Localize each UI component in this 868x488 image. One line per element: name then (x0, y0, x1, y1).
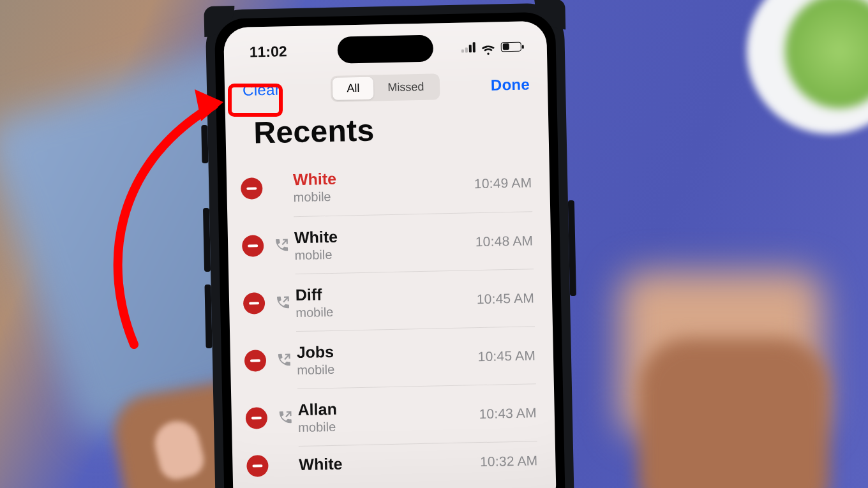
segment-missed[interactable]: Missed (373, 75, 438, 99)
call-row[interactable]: White 10:32 AM (232, 441, 556, 486)
delete-minus-icon[interactable] (244, 350, 267, 372)
call-label: mobile (298, 419, 338, 434)
call-name: Allan (297, 399, 337, 418)
outgoing-call-icon (274, 293, 292, 312)
phone-screen: 11:02 Clear All Missed Done Recents (223, 21, 557, 488)
call-row[interactable]: White mobile 10:48 AM (227, 211, 551, 276)
delete-minus-icon[interactable] (243, 292, 266, 314)
recents-list[interactable]: White mobile 10:49 AM White mobile 10:48 (226, 154, 557, 488)
call-name: White (294, 227, 338, 246)
nav-bar: Clear All Missed Done (224, 64, 548, 111)
call-time: 10:43 AM (479, 405, 537, 422)
battery-icon (501, 41, 521, 52)
call-row[interactable]: Diff mobile 10:45 AM (228, 269, 553, 333)
status-time: 11:02 (250, 43, 287, 61)
call-time: 10:48 AM (475, 233, 534, 249)
call-row[interactable]: Allan mobile 10:43 AM (231, 383, 555, 448)
mute-switch (201, 125, 208, 163)
delete-minus-icon[interactable] (246, 407, 268, 429)
volume-down-button (204, 285, 212, 348)
call-name: Diff (296, 285, 334, 304)
hand-right (638, 338, 830, 488)
iphone: 11:02 Clear All Missed Done Recents (205, 3, 574, 488)
segment-all[interactable]: All (333, 77, 374, 100)
dynamic-island (337, 35, 433, 64)
filter-segmented-control[interactable]: All Missed (331, 73, 440, 102)
delete-minus-icon[interactable] (242, 235, 264, 257)
power-button (568, 200, 576, 296)
call-name: White (299, 455, 343, 474)
outgoing-call-icon (276, 408, 295, 427)
volume-up-button (203, 208, 211, 272)
call-name: White (293, 170, 337, 189)
call-label: mobile (293, 189, 337, 205)
delete-minus-icon[interactable] (246, 455, 269, 477)
call-label: mobile (294, 247, 338, 262)
page-title: Recents (253, 112, 375, 150)
call-name: Jobs (296, 342, 334, 361)
done-button[interactable]: Done (491, 75, 530, 94)
cellular-signal-icon (461, 42, 475, 52)
call-time: 10:45 AM (477, 348, 535, 364)
delete-minus-icon[interactable] (241, 177, 263, 200)
call-label: mobile (296, 304, 333, 320)
background-bowl (747, 0, 868, 134)
outgoing-call-icon (275, 351, 294, 369)
call-time: 10:45 AM (476, 290, 534, 307)
call-label (299, 475, 343, 475)
call-label: mobile (297, 362, 334, 377)
wifi-icon (481, 41, 495, 52)
outgoing-call-icon (273, 236, 291, 255)
call-time: 10:32 AM (480, 453, 538, 470)
clear-button[interactable]: Clear (243, 81, 280, 100)
call-time: 10:49 AM (474, 175, 532, 191)
call-row[interactable]: White mobile 10:49 AM (226, 154, 550, 218)
call-row[interactable]: Jobs mobile 10:45 AM (230, 326, 554, 390)
